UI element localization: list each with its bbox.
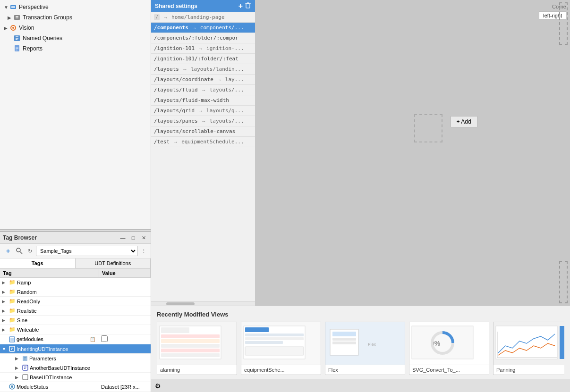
canvas-dashed-box xyxy=(414,114,442,142)
nq-icon xyxy=(13,34,21,42)
tag-row-inheriting-udt[interactable]: ▼ InheritingUDTInstance xyxy=(0,344,151,354)
realistic-value xyxy=(99,310,151,312)
view-thumb-equipment xyxy=(241,322,321,365)
tag-row-readonly[interactable]: ▶ 📁 ReadOnly xyxy=(0,297,151,306)
ss-item-layouts-coordinate[interactable]: /layouts/coordinate → lay... xyxy=(151,75,255,85)
ss-target-layouts-coordinate: lay... xyxy=(225,76,244,83)
perspective-icon xyxy=(9,3,17,11)
tag-row-base-udt[interactable]: ▶ BaseUDTInstance xyxy=(0,373,151,382)
tag-search-btn[interactable] xyxy=(15,247,24,255)
getmodules-checkbox[interactable] xyxy=(101,335,108,342)
ss-item-layouts-panes[interactable]: /layouts/panes → layouts/... xyxy=(151,116,255,126)
readonly-value xyxy=(99,300,151,302)
tag-row-writeable[interactable]: ▶ 📁 Writeable xyxy=(0,325,151,334)
svg-rect-48 xyxy=(245,337,304,340)
tag-browser-close-btn[interactable]: ✕ xyxy=(139,234,148,242)
tag-row-random[interactable]: ▶ 📁 Random xyxy=(0,287,151,297)
sidebar-item-transaction-groups[interactable]: ▶ Transaction Groups xyxy=(0,12,151,23)
ss-item-root[interactable]: / → home/landing-page xyxy=(151,12,255,23)
ss-item-components-folder[interactable]: /components/:folder/:compor xyxy=(151,33,255,43)
ss-target-layouts-fluid: layouts/... xyxy=(210,87,244,93)
tag-tab-tags[interactable]: Tags xyxy=(0,259,76,268)
gear-icon[interactable]: ⚙ xyxy=(155,382,161,390)
ss-item-ignition-folder[interactable]: /ignition-101/:folder/:feat xyxy=(151,54,255,64)
realistic-folder-icon: 📁 xyxy=(9,308,16,314)
svg-rect-1 xyxy=(11,6,15,8)
another-base-expand[interactable]: ▶ xyxy=(15,366,21,370)
ss-arrow-layouts-grid: → xyxy=(198,108,203,114)
tag-provider-select[interactable]: Sample_Tags xyxy=(36,246,137,256)
tag-add-btn[interactable]: + xyxy=(3,247,13,255)
ss-item-test[interactable]: /test → equipmentSchedule... xyxy=(151,137,255,147)
tag-col-header-tag: Tag xyxy=(0,269,99,277)
ss-path-test: /test xyxy=(154,139,170,145)
ss-target-root: home/landing-page xyxy=(171,14,225,20)
canvas-dashed-bottom-right xyxy=(559,261,568,303)
shared-settings-add-btn[interactable]: + xyxy=(238,2,243,10)
ss-item-layouts-fluid-max[interactable]: /layouts/fluid-max-width xyxy=(151,95,255,106)
sine-expand[interactable]: ▶ xyxy=(2,318,8,323)
readonly-expand[interactable]: ▶ xyxy=(2,299,8,304)
tag-row-realistic[interactable]: ▶ 📁 Realistic xyxy=(0,306,151,316)
svg-rect-65 xyxy=(560,326,564,359)
recently-modified-section: Recently Modified Views xyxy=(151,306,570,379)
ss-item-layouts-scrollable[interactable]: /layouts/scrollable-canvas xyxy=(151,126,255,137)
ss-item-layouts-fluid[interactable]: /layouts/fluid → layouts/... xyxy=(151,85,255,95)
view-label-svg-convert: SVG_Convert_To_... xyxy=(409,365,489,375)
another-base-value xyxy=(99,367,151,369)
shared-settings-delete-btn[interactable] xyxy=(245,2,251,10)
tag-row-sine[interactable]: ▶ 📁 Sine xyxy=(0,316,151,325)
realistic-expand[interactable]: ▶ xyxy=(2,309,8,313)
view-card-panning[interactable]: Panning xyxy=(493,322,564,375)
shared-settings-panel: Shared settings + / → home/landing-page xyxy=(151,0,255,306)
canvas-add-btn[interactable]: + Add xyxy=(451,116,477,127)
svg-rect-2 xyxy=(14,15,20,20)
random-expand[interactable]: ▶ xyxy=(2,290,8,294)
svg-rect-62 xyxy=(496,326,557,359)
ss-item-layouts[interactable]: /layouts → layouts/landin... xyxy=(151,64,255,75)
view-card-alarming[interactable]: alarming xyxy=(157,322,237,375)
view-card-svg-convert[interactable]: 0% SVG_Convert_To_... xyxy=(409,322,489,375)
view-card-equipment[interactable]: equipmentSche... xyxy=(241,322,321,375)
ss-target-ignition-101: ignition-... xyxy=(206,45,244,51)
view-thumb-panning xyxy=(493,322,564,365)
tag-menu-btn[interactable]: ⋮ xyxy=(139,247,148,255)
writeable-value xyxy=(99,329,151,331)
tag-col-header-value: Value xyxy=(99,269,151,277)
canvas-area[interactable]: Corne left-right + Add xyxy=(255,0,570,306)
sidebar-item-vision[interactable]: ▶ Vision xyxy=(0,23,151,33)
inheriting-expand[interactable]: ▼ xyxy=(2,347,8,351)
view-label-alarming: alarming xyxy=(157,365,237,375)
tag-row-module-status[interactable]: ▶ ModuleStatus Dataset [23R x... xyxy=(0,382,151,392)
svg-rect-46 xyxy=(245,327,269,332)
ss-scrollbar[interactable] xyxy=(151,301,255,306)
ss-item-components[interactable]: /components → components/... xyxy=(151,23,255,33)
ramp-expand[interactable]: ▶ xyxy=(2,280,8,285)
tag-row-parameters[interactable]: ▶ Parameters xyxy=(0,354,151,363)
svg-point-6 xyxy=(12,27,14,29)
tag-browser-minimize-btn[interactable]: — xyxy=(119,234,127,242)
writeable-expand[interactable]: ▶ xyxy=(2,327,8,332)
tag-browser-controls: — □ ✕ xyxy=(119,234,148,242)
tag-row-ramp[interactable]: ▶ 📁 Ramp xyxy=(0,278,151,287)
tag-tab-udt[interactable]: UDT Definitions xyxy=(76,259,151,268)
tag-browser-title: Tag Browser xyxy=(3,234,37,241)
ss-path-components: /components xyxy=(154,25,188,31)
view-label-panning: Panning xyxy=(493,365,564,375)
view-card-flex[interactable]: Flex Flex xyxy=(325,322,405,375)
tag-refresh-btn[interactable]: ↻ xyxy=(26,247,34,255)
base-udt-expand[interactable]: ▶ xyxy=(15,375,21,380)
sidebar-item-named-queries[interactable]: Named Queries xyxy=(0,33,151,43)
sidebar-item-reports[interactable]: Reports xyxy=(0,43,151,54)
getmodules-value xyxy=(99,334,151,344)
sidebar-item-perspective[interactable]: ▼ Perspective xyxy=(0,2,151,12)
tag-row-another-base[interactable]: ▶ AnotherBaseUDTInstance xyxy=(0,363,151,373)
ss-item-layouts-grid[interactable]: /layouts/grid → layouts/g... xyxy=(151,106,255,116)
ss-item-ignition-101[interactable]: /ignition-101 → ignition-... xyxy=(151,43,255,54)
base-udt-value xyxy=(99,376,151,378)
tag-browser-maximize-btn[interactable]: □ xyxy=(129,234,137,242)
parameters-expand[interactable]: ▶ xyxy=(15,356,21,361)
recently-modified-title: Recently Modified Views xyxy=(157,311,564,318)
tag-row-getmodules[interactable]: ▶ getModules 📋 xyxy=(0,334,151,344)
sidebar-item-label-vision: Vision xyxy=(19,25,34,31)
